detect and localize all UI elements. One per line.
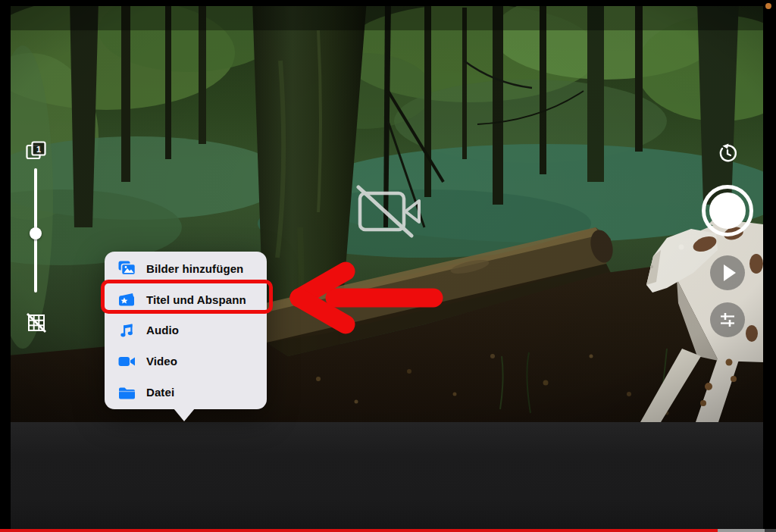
menu-item-label: Bilder hinzufügen [146, 262, 243, 275]
menu-item-label: Audio [146, 324, 179, 336]
letterbox-top [0, 0, 776, 6]
folder-icon [117, 384, 136, 401]
video-progress-bar[interactable] [0, 529, 776, 532]
play-icon [710, 255, 745, 290]
camera-active-indicator-dot [765, 3, 771, 9]
pointer-arrow [288, 261, 443, 334]
progress-buffered [718, 529, 764, 532]
camera-off-icon [352, 183, 425, 240]
bottom-toolbar: ? 1 / 52 [0, 422, 776, 532]
frames-count-label: 1 [36, 145, 41, 154]
letterbox-left [0, 0, 11, 532]
sliders-icon [718, 311, 737, 329]
menu-item-audio[interactable]: Audio [105, 315, 267, 346]
audio-icon [117, 322, 136, 339]
video-icon [117, 353, 136, 370]
add-media-menu-tail [174, 408, 195, 421]
timer-capture-icon[interactable] [718, 143, 737, 163]
menu-item-datei[interactable]: Datei [105, 377, 267, 408]
grid-off-icon[interactable] [25, 311, 48, 334]
highlight-box-titel-und-abspann [101, 280, 273, 314]
camera-settings-button[interactable] [710, 302, 745, 337]
menu-item-label: Datei [146, 386, 174, 399]
letterbox-right [763, 0, 776, 532]
progress-played [0, 529, 718, 532]
play-button[interactable] [710, 255, 745, 290]
app-window: 1 [0, 0, 776, 532]
progress-remaining [765, 529, 776, 532]
add-media-menu: Bilder hinzufügen Titel und Abspann [105, 252, 267, 409]
menu-item-label: Video [146, 355, 177, 368]
menu-item-video[interactable]: Video [105, 346, 267, 377]
record-button-core[interactable] [709, 192, 746, 229]
photos-icon [117, 260, 136, 277]
onion-skin-frames-icon[interactable]: 1 [25, 139, 48, 162]
overlay-opacity-slider-knob[interactable] [30, 227, 42, 239]
